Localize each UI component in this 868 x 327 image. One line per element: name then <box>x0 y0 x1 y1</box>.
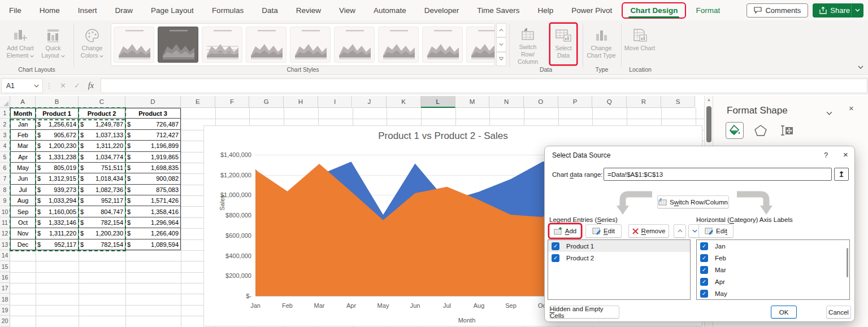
row-header-5[interactable]: 5 <box>0 152 10 163</box>
table-cell[interactable]: Jun <box>10 173 36 184</box>
select-all-corner[interactable] <box>0 96 10 108</box>
table-cell[interactable]: $1,089,594 <box>125 239 181 250</box>
tab-developer[interactable]: Developer <box>416 2 468 19</box>
confirm-entry-icon[interactable]: ✓ <box>70 81 84 90</box>
column-header-F[interactable]: F <box>215 96 250 108</box>
chart-style-thumbnail[interactable] <box>246 27 287 63</box>
gallery-more-button[interactable] <box>496 52 506 66</box>
table-cell[interactable]: Month <box>10 108 36 119</box>
row-header-16[interactable]: 16 <box>0 272 10 283</box>
column-header-G[interactable]: G <box>249 96 284 108</box>
column-header-I[interactable]: I <box>318 96 353 108</box>
chart-title[interactable]: Product 1 vs Product 2 - Sales <box>204 130 682 142</box>
chart-style-thumbnail[interactable] <box>466 27 495 63</box>
checkbox[interactable]: ✓ <box>552 242 559 250</box>
size-properties-tab[interactable] <box>778 122 796 139</box>
row-header-4[interactable]: 4 <box>0 141 10 151</box>
table-cell[interactable]: $1,311,220 <box>79 141 125 151</box>
tab-review[interactable]: Review <box>288 2 329 19</box>
column-header-Q[interactable]: Q <box>592 96 627 108</box>
fill-and-line-tab[interactable] <box>726 122 744 139</box>
table-cell[interactable]: $952,117 <box>79 195 125 206</box>
table-cell[interactable]: Jul <box>10 185 36 195</box>
edit-series-button[interactable]: Edit <box>585 224 622 238</box>
dialog-help-button[interactable]: ? <box>824 151 828 159</box>
series-list[interactable]: ✓Product 1✓Product 2 <box>548 239 691 300</box>
checkbox[interactable]: ✓ <box>552 254 559 262</box>
tab-time-savers[interactable]: Time Savers <box>468 2 528 19</box>
share-dropdown-button[interactable] <box>851 3 863 18</box>
table-cell[interactable]: $1,358,416 <box>125 206 181 217</box>
change-chart-type-button[interactable]: Change Chart Type <box>585 24 617 64</box>
table-cell[interactable]: $1,200,230 <box>36 141 79 151</box>
chart-style-thumbnail[interactable] <box>202 27 242 63</box>
table-cell[interactable]: $782,154 <box>79 239 125 250</box>
table-cell[interactable]: $712,427 <box>125 130 181 141</box>
list-item-product-1[interactable]: ✓Product 1 <box>548 240 690 252</box>
table-cell[interactable]: $1,196,899 <box>125 141 181 151</box>
ok-button[interactable]: OK <box>771 306 797 319</box>
cancel-entry-icon[interactable]: ✕ <box>56 81 70 90</box>
tab-insert[interactable]: Insert <box>70 2 106 19</box>
column-header-L[interactable]: L <box>421 96 455 108</box>
list-item-jan[interactable]: ✓Jan <box>697 240 849 252</box>
formula-input[interactable] <box>101 79 867 93</box>
column-header-J[interactable]: J <box>353 96 387 108</box>
add-chart-element-button[interactable]: Add Chart Element <box>5 24 36 64</box>
row-header-7[interactable]: 7 <box>0 173 10 184</box>
table-cell[interactable]: $1,331,238 <box>36 152 79 163</box>
name-box[interactable]: A1 <box>1 79 43 93</box>
gallery-scroll-up-button[interactable] <box>496 23 506 37</box>
row-header-12[interactable]: 12 <box>0 228 10 239</box>
table-cell[interactable]: Sep <box>10 206 36 217</box>
checkbox[interactable]: ✓ <box>700 290 708 298</box>
table-cell[interactable]: Mar <box>10 141 36 151</box>
table-cell[interactable]: $900,082 <box>125 173 181 184</box>
table-cell[interactable]: $1,296,964 <box>125 217 181 228</box>
table-cell[interactable]: $1,571,426 <box>125 195 181 206</box>
comments-button[interactable]: Comments <box>747 3 808 18</box>
table-cell[interactable]: $1,312,915 <box>36 173 79 184</box>
table-cell[interactable]: $952,117 <box>36 239 79 250</box>
table-cell[interactable]: $782,154 <box>79 217 125 228</box>
select-data-button[interactable]: Select Data <box>550 24 576 64</box>
switch-row-column-button[interactable]: Switch Row/ Column <box>511 24 545 64</box>
chart-style-thumbnail[interactable] <box>114 27 154 63</box>
row-header-20[interactable]: 20 <box>0 316 10 326</box>
pane-close-button[interactable]: × <box>849 103 854 113</box>
pane-collapse-button[interactable] <box>826 107 832 117</box>
list-item-mar[interactable]: ✓Mar <box>697 264 849 276</box>
list-item-product-2[interactable]: ✓Product 2 <box>548 252 690 264</box>
column-header-N[interactable]: N <box>489 96 524 108</box>
table-cell[interactable]: $805,019 <box>36 163 79 173</box>
column-header-R[interactable]: R <box>627 96 661 108</box>
column-header-E[interactable]: E <box>181 96 215 108</box>
effects-tab[interactable] <box>752 122 770 139</box>
column-header-P[interactable]: P <box>558 96 593 108</box>
quick-layout-button[interactable]: Quick Layout <box>37 24 69 64</box>
row-header-10[interactable]: 10 <box>0 206 10 217</box>
list-item-may[interactable]: ✓May <box>697 287 849 299</box>
change-colors-button[interactable]: Change Colors <box>76 24 108 64</box>
table-cell[interactable]: $1,919,865 <box>125 152 181 163</box>
column-header-K[interactable]: K <box>387 96 421 108</box>
row-header-8[interactable]: 8 <box>0 185 10 195</box>
row-header-1[interactable]: 1 <box>0 108 10 119</box>
tab-chart-design[interactable]: Chart Design <box>622 2 686 19</box>
table-cell[interactable]: $726,487 <box>125 119 181 129</box>
tab-file[interactable]: File <box>1 2 30 19</box>
column-header-A[interactable]: A <box>10 96 36 108</box>
row-header-11[interactable]: 11 <box>0 217 10 228</box>
table-cell[interactable]: Nov <box>10 228 36 239</box>
table-cell[interactable]: $1,698,835 <box>125 163 181 173</box>
tab-draw[interactable]: Draw <box>107 2 142 19</box>
edit-axis-labels-button[interactable]: Edit <box>698 224 734 238</box>
formula-bar-splitter[interactable]: ⋮ <box>43 82 56 90</box>
table-cell[interactable]: $1,037,133 <box>79 130 125 141</box>
move-series-up-button[interactable] <box>674 224 686 238</box>
table-cell[interactable]: Jan <box>10 119 36 129</box>
row-header-9[interactable]: 9 <box>0 195 10 206</box>
table-cell[interactable]: $1,266,409 <box>125 228 181 239</box>
table-cell[interactable]: $1,311,220 <box>36 228 79 239</box>
checkbox[interactable]: ✓ <box>700 266 708 274</box>
